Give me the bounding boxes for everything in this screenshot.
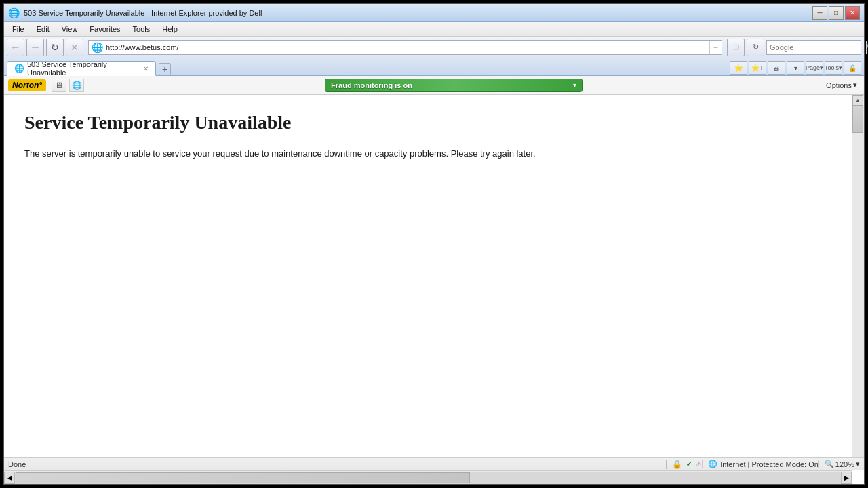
safety-button[interactable]: 🔒 xyxy=(844,61,861,75)
norton-options-arrow-icon: ▾ xyxy=(853,81,857,89)
tools-button[interactable]: Tools ▾ xyxy=(825,61,842,75)
menu-view[interactable]: View xyxy=(56,24,83,35)
favorites-button[interactable]: ⭐ xyxy=(730,61,747,75)
compatibility-button[interactable]: ⊡ xyxy=(727,39,745,56)
minimize-button[interactable]: ─ xyxy=(812,6,827,20)
warning-icon: ⚠ xyxy=(696,460,702,468)
status-done: Done xyxy=(8,460,666,468)
zoom-icon: 🔍 xyxy=(825,460,834,468)
stop-button[interactable]: ✕ xyxy=(66,39,83,56)
forward-button[interactable]: → xyxy=(26,39,44,56)
menu-bar: File Edit View Favorites Tools Help xyxy=(4,22,864,37)
fraud-monitor-text: Fraud monitoring is on xyxy=(331,81,412,89)
print-arrow-button[interactable]: ▾ xyxy=(787,61,804,75)
vertical-scrollbar: ▲ ▼ xyxy=(852,95,864,470)
status-bar: Done 🔒 ✔ ⚠ 🌐 Internet | Protected Mode: … xyxy=(4,457,864,470)
vscroll-up-button[interactable]: ▲ xyxy=(852,95,863,106)
zoom-text: 120% xyxy=(835,460,854,468)
page-label: Page xyxy=(806,64,820,71)
tools-arrow-icon: ▾ xyxy=(839,64,842,71)
internet-icon: 🌐 xyxy=(708,460,717,468)
security-icons: 🔒 ✔ ⚠ xyxy=(666,460,702,469)
tabs-right-controls: ⭐ ⭐+ 🖨 ▾ Page ▾ Tools ▾ 🔒 xyxy=(730,61,861,75)
menu-edit[interactable]: Edit xyxy=(31,24,55,35)
norton-icons: 🖥 🌐 xyxy=(52,79,84,92)
menu-help[interactable]: Help xyxy=(157,24,183,35)
norton-screen-icon[interactable]: 🖥 xyxy=(52,79,66,92)
title-bar: 🌐 503 Service Temporarily Unavailable - … xyxy=(4,4,864,22)
new-tab-button[interactable]: + xyxy=(159,63,171,75)
horizontal-scrollbar[interactable]: ◀ ▶ xyxy=(4,470,852,484)
page-content: Service Temporarily Unavailable The serv… xyxy=(4,95,852,484)
error-body: The server is temporarily unable to serv… xyxy=(24,147,831,161)
hscroll-right-button[interactable]: ▶ xyxy=(841,472,852,484)
browser-icon: 🌐 xyxy=(8,7,20,18)
search-bar-wrap: 🔍 xyxy=(766,40,861,55)
menu-favorites[interactable]: Favorites xyxy=(84,24,125,35)
hscroll-track xyxy=(15,472,841,484)
refresh-button2[interactable]: ↻ xyxy=(747,39,764,56)
back-button[interactable]: ← xyxy=(7,39,24,56)
page-arrow-icon: ▾ xyxy=(820,64,823,71)
page-button[interactable]: Page ▾ xyxy=(806,61,823,75)
lock-icon: 🔒 xyxy=(672,460,682,469)
maximize-button[interactable]: □ xyxy=(829,6,844,20)
fraud-monitor-bar[interactable]: Fraud monitoring is on ▾ xyxy=(325,79,583,92)
status-zone: 🌐 Internet | Protected Mode: On xyxy=(702,460,818,468)
navigation-bar: ← → ↻ ✕ 🌐 → ⊡ ↻ 🔍 xyxy=(4,37,864,58)
norton-options-button[interactable]: Options ▾ xyxy=(823,79,860,91)
add-favorites-button[interactable]: ⭐+ xyxy=(749,61,766,75)
close-button[interactable]: ✕ xyxy=(845,6,860,20)
fraud-monitor-arrow-icon: ▾ xyxy=(573,81,576,89)
window-controls: ─ □ ✕ xyxy=(812,6,860,20)
fraud-monitor-wrap: Fraud monitoring is on ▾ xyxy=(90,79,818,92)
tab-label: 503 Service Temporarily Unavailable xyxy=(27,60,136,77)
zoom-arrow-icon: ▾ xyxy=(856,460,860,468)
error-title: Service Temporarily Unavailable xyxy=(24,112,831,134)
menu-file[interactable]: File xyxy=(7,24,30,35)
address-input[interactable] xyxy=(106,43,709,52)
check-icon: ✔ xyxy=(686,460,692,468)
norton-logo: Norton° xyxy=(8,79,46,92)
norton-globe-icon[interactable]: 🌐 xyxy=(69,79,84,92)
window-title: 503 Service Temporarily Unavailable - In… xyxy=(24,9,812,17)
address-icon: 🌐 xyxy=(89,42,106,53)
hscroll-left-button[interactable]: ◀ xyxy=(4,472,15,484)
tab-503[interactable]: 🌐 503 Service Temporarily Unavailable ✕ xyxy=(7,61,156,76)
hscroll-thumb[interactable] xyxy=(16,472,470,483)
search-input[interactable] xyxy=(767,43,866,52)
refresh-button[interactable]: ↻ xyxy=(46,39,64,56)
status-zoom[interactable]: 🔍 120% ▾ xyxy=(818,460,860,468)
norton-toolbar: Norton° 🖥 🌐 Fraud monitoring is on ▾ Opt… xyxy=(4,76,864,95)
address-go-button[interactable]: → xyxy=(709,41,722,54)
tab-close-icon[interactable]: ✕ xyxy=(143,65,149,73)
print-button[interactable]: 🖨 xyxy=(768,61,785,75)
vscroll-thumb[interactable] xyxy=(852,106,863,133)
tab-icon: 🌐 xyxy=(14,64,24,73)
menu-tools[interactable]: Tools xyxy=(127,24,156,35)
content-area: Service Temporarily Unavailable The serv… xyxy=(4,95,864,484)
vscroll-track xyxy=(852,106,864,460)
norton-options-label: Options xyxy=(826,81,852,89)
tools-label: Tools xyxy=(825,64,839,71)
address-bar-wrap: 🌐 → xyxy=(88,40,722,55)
tabs-bar: 🌐 503 Service Temporarily Unavailable ✕ … xyxy=(4,58,864,76)
zone-text: Internet | Protected Mode: On xyxy=(720,460,818,468)
page-body: Service Temporarily Unavailable The serv… xyxy=(4,95,852,470)
